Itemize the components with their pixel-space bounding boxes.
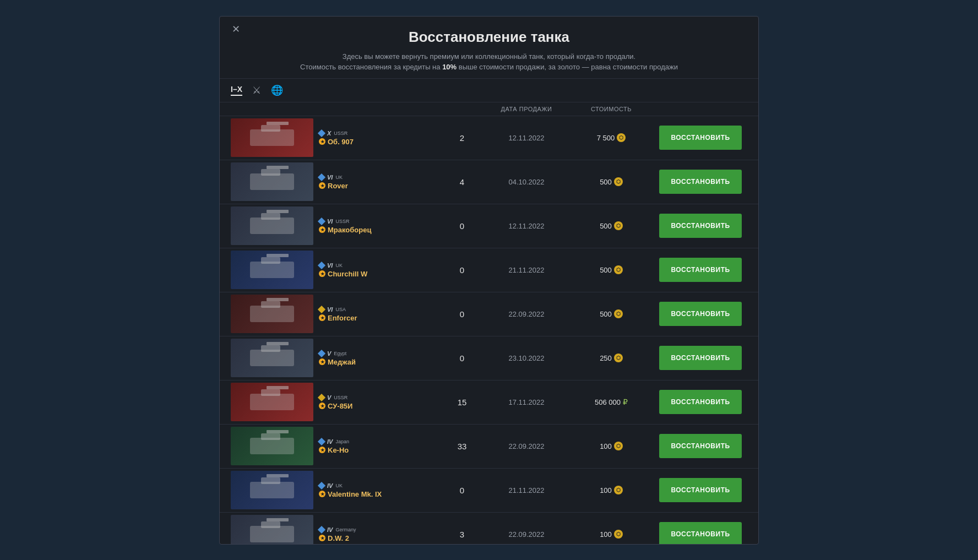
- tank-meta: VI USA ★ Enforcer: [319, 306, 440, 322]
- gold-icon: ⬡: [614, 530, 623, 539]
- restore-button[interactable]: ВОССТАНОВИТЬ: [659, 170, 742, 194]
- restore-button[interactable]: ВОССТАНОВИТЬ: [659, 390, 742, 414]
- tank-thumbnail: [231, 471, 313, 509]
- tank-thumbnail: [231, 339, 313, 377]
- premium-icon: ★: [319, 138, 325, 145]
- sale-date: 12.11.2022: [484, 134, 569, 142]
- tier-text: VI: [327, 306, 333, 313]
- gold-icon: ⬡: [614, 221, 623, 230]
- restore-button[interactable]: ВОССТАНОВИТЬ: [659, 214, 742, 238]
- tank-cell: VI UK ★ Churchill W: [231, 251, 440, 289]
- tank-cost: 100 ⬡: [569, 530, 654, 539]
- globe-icon[interactable]: 🌐: [271, 84, 283, 96]
- tank-meta: VI USSR ★ Мракоборец: [319, 218, 440, 234]
- tier-text: VI: [327, 174, 333, 181]
- tier-text: V: [327, 350, 331, 357]
- tank-name-line: ★ Об. 907: [319, 138, 440, 146]
- tank-shape-icon: [250, 438, 294, 454]
- tank-meta: IV UK ★ Valentine Mk. IX: [319, 482, 440, 498]
- tank-name: Enforcer: [328, 314, 357, 322]
- tank-col-header: [231, 106, 440, 112]
- action-cell: ВОССТАНОВИТЬ: [654, 170, 747, 194]
- restore-tank-modal: ✕ Восстановление танка Здесь вы можете в…: [219, 16, 759, 545]
- tank-count: 0: [440, 309, 484, 319]
- tier-diamond-icon: [318, 129, 325, 137]
- restore-button[interactable]: ВОССТАНОВИТЬ: [659, 258, 742, 282]
- tank-meta: V USSR ★ СУ-85И: [319, 394, 440, 410]
- column-headers: ДАТА ПРОДАЖИ СТОИМОСТЬ: [220, 102, 758, 116]
- tank-shape-icon: [250, 262, 294, 278]
- restore-button[interactable]: ВОССТАНОВИТЬ: [659, 126, 742, 150]
- restore-button[interactable]: ВОССТАНОВИТЬ: [659, 522, 742, 544]
- tank-thumbnail: [231, 295, 313, 333]
- gold-icon: ⬡: [614, 486, 623, 494]
- tank-tier-line: V Egypt: [319, 350, 440, 357]
- tank-cell: V USSR ★ СУ-85И: [231, 383, 440, 421]
- restore-button[interactable]: ВОССТАНОВИТЬ: [659, 302, 742, 326]
- tank-cell: IV Germany ★ D.W. 2: [231, 515, 440, 544]
- tier-diamond-icon: [318, 437, 325, 445]
- tank-meta: X USSR ★ Об. 907: [319, 130, 440, 146]
- tier-text: VI: [327, 218, 333, 225]
- tank-shape-icon: [250, 218, 294, 234]
- tier-diamond-icon: [318, 525, 325, 533]
- restore-button[interactable]: ВОССТАНОВИТЬ: [659, 346, 742, 370]
- tank-shape-icon: [250, 482, 294, 498]
- modal-subtitle: Здесь вы можете вернуть премиум или колл…: [236, 51, 742, 73]
- tank-cost: 500 ⬡: [569, 221, 654, 230]
- sale-date: 17.11.2022: [484, 398, 569, 406]
- tank-thumbnail: [231, 251, 313, 289]
- tank-count: 0: [440, 354, 484, 363]
- table-row: VI UK ★ Churchill W 0 21.11.2022 500 ⬡ В…: [220, 248, 758, 292]
- tier-diamond-icon: [318, 349, 325, 357]
- tier-text: VI: [327, 262, 333, 269]
- table-row: IV Germany ★ D.W. 2 3 22.09.2022 100 ⬡ В…: [220, 513, 758, 544]
- tank-count: 0: [440, 265, 484, 275]
- action-col-header: [654, 106, 747, 112]
- gold-icon: ⬡: [614, 354, 623, 362]
- restore-button[interactable]: ВОССТАНОВИТЬ: [659, 478, 742, 502]
- date-col-header: ДАТА ПРОДАЖИ: [484, 106, 569, 112]
- tank-name-line: ★ Rover: [319, 182, 440, 190]
- nation-label: UK: [335, 483, 343, 488]
- tank-shape-icon: [250, 350, 294, 366]
- tank-meta: V Egypt ★ Меджай: [319, 350, 440, 366]
- tank-meta: VI UK ★ Churchill W: [319, 262, 440, 278]
- tier-filter[interactable]: I–X: [231, 85, 242, 96]
- sale-date: 22.09.2022: [484, 310, 569, 318]
- tank-meta: IV Japan ★ Ke-Ho: [319, 438, 440, 454]
- tank-name: Churchill W: [328, 270, 367, 278]
- tank-cost: 500 ⬡: [569, 265, 654, 274]
- premium-icon: ★: [319, 270, 325, 277]
- tank-name: Valentine Mk. IX: [328, 490, 382, 498]
- tier-diamond-icon: [318, 217, 325, 225]
- tier-diamond-icon: [318, 393, 325, 401]
- premium-icon: ★: [319, 535, 325, 541]
- tank-cell: VI USSR ★ Мракоборец: [231, 206, 440, 245]
- tank-tier-line: VI UK: [319, 262, 440, 269]
- tank-cell: V Egypt ★ Меджай: [231, 339, 440, 377]
- tank-count: 0: [440, 221, 484, 231]
- sale-date: 21.11.2022: [484, 266, 569, 274]
- tank-cell: VI USA ★ Enforcer: [231, 295, 440, 333]
- restore-button[interactable]: ВОССТАНОВИТЬ: [659, 434, 742, 458]
- action-cell: ВОССТАНОВИТЬ: [654, 258, 747, 282]
- table-row: VI USA ★ Enforcer 0 22.09.2022 500 ⬡ ВОС…: [220, 292, 758, 336]
- tank-cost: 500 ⬡: [569, 309, 654, 318]
- tank-tier-line: VI UK: [319, 174, 440, 181]
- nation-label: Germany: [335, 527, 356, 532]
- tank-shape-icon: [250, 129, 294, 146]
- premium-icon: ★: [319, 314, 325, 321]
- crossed-swords-icon[interactable]: ⚔: [252, 84, 261, 96]
- table-row: V USSR ★ СУ-85И 15 17.11.2022 506 000 ₽ …: [220, 380, 758, 425]
- table-row: VI USSR ★ Мракоборец 0 12.11.2022 500 ⬡ …: [220, 204, 758, 248]
- tank-shape-icon: [250, 394, 294, 410]
- tank-tier-line: IV UK: [319, 482, 440, 489]
- close-button[interactable]: ✕: [232, 24, 240, 34]
- tank-tier-line: V USSR: [319, 394, 440, 401]
- gold-icon: ⬡: [614, 309, 623, 318]
- tank-cost: 7 500 ⬡: [569, 133, 654, 142]
- nation-label: UK: [335, 175, 343, 180]
- premium-icon: ★: [319, 226, 325, 233]
- tier-text: IV: [327, 438, 333, 445]
